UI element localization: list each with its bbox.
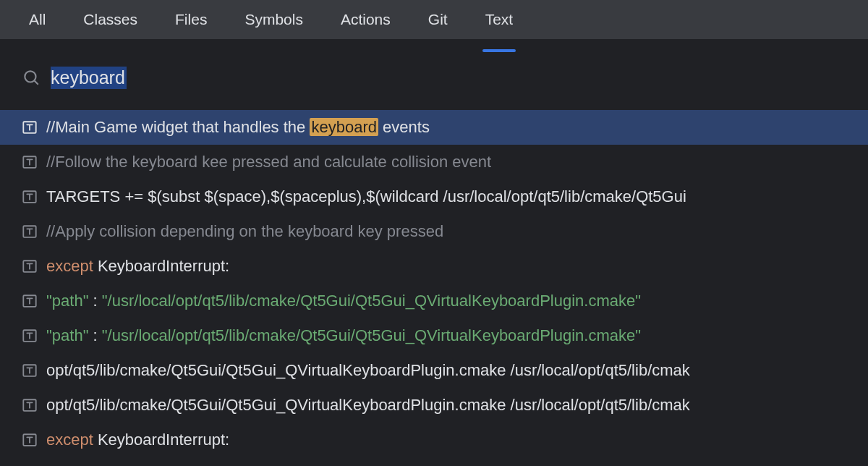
result-text: opt/qt5/lib/cmake/Qt5Gui/Qt5Gui_QVirtual… (46, 396, 690, 415)
result-text: //Main Game widget that handles the keyb… (46, 118, 430, 137)
text-result-icon (22, 119, 38, 135)
text-result-icon (22, 154, 38, 170)
result-row[interactable]: opt/qt5/lib/cmake/Qt5Gui/Qt5Gui_QVirtual… (0, 388, 868, 423)
result-row[interactable]: "path" : "/usr/local/opt/qt5/lib/cmake/Q… (0, 318, 868, 353)
tab-text[interactable]: Text (485, 0, 514, 39)
result-text: except KeyboardInterrupt: (46, 257, 229, 276)
search-query-text: keyboard (51, 67, 127, 89)
result-row[interactable]: opt/qt5/lib/cmake/Qt5Gui/Qt5Gui_QVirtual… (0, 353, 868, 388)
result-row[interactable]: TARGETS += $(subst $(space),$(spaceplus)… (0, 179, 868, 214)
tab-files[interactable]: Files (175, 0, 207, 39)
text-result-icon (22, 258, 38, 274)
svg-point-0 (25, 71, 35, 82)
text-result-icon (22, 224, 38, 240)
result-text: except KeyboardInterrupt: (46, 431, 229, 449)
tab-git[interactable]: Git (428, 0, 448, 39)
result-text: opt/qt5/lib/cmake/Qt5Gui/Qt5Gui_QVirtual… (46, 361, 690, 380)
svg-line-1 (35, 81, 38, 85)
text-result-icon (22, 397, 38, 413)
tab-symbols[interactable]: Symbols (244, 0, 303, 39)
search-icon (22, 68, 41, 87)
result-text: TARGETS += $(subst $(space),$(spaceplus)… (46, 187, 686, 206)
tab-all[interactable]: All (29, 0, 46, 39)
result-text: "path" : "/usr/local/opt/qt5/lib/cmake/Q… (46, 292, 641, 310)
search-input-row: keyboard (0, 55, 868, 100)
result-row[interactable]: //Follow the keyboard kee pressed and ca… (0, 145, 868, 179)
result-row[interactable]: //Apply collision depending on the keybo… (0, 214, 868, 249)
result-row[interactable]: //Main Game widget that handles the keyb… (0, 110, 868, 145)
result-row[interactable]: "path" : "/usr/local/opt/qt5/lib/cmake/Q… (0, 284, 868, 318)
result-row[interactable]: except KeyboardInterrupt: (0, 423, 868, 457)
results-list: //Main Game widget that handles the keyb… (0, 110, 868, 457)
search-input[interactable]: keyboard (51, 67, 846, 89)
search-scope-tabbar: AllClassesFilesSymbolsActionsGitText (0, 0, 868, 39)
result-row[interactable]: except KeyboardInterrupt: (0, 249, 868, 284)
text-result-icon (22, 328, 38, 344)
tab-classes[interactable]: Classes (83, 0, 137, 39)
result-text: //Apply collision depending on the keybo… (46, 222, 443, 241)
result-text: //Follow the keyboard kee pressed and ca… (46, 153, 491, 171)
text-result-icon (22, 363, 38, 378)
text-result-icon (22, 432, 38, 448)
tab-actions[interactable]: Actions (341, 0, 391, 39)
result-text: "path" : "/usr/local/opt/qt5/lib/cmake/Q… (46, 326, 641, 345)
text-result-icon (22, 293, 38, 309)
text-result-icon (22, 189, 38, 205)
